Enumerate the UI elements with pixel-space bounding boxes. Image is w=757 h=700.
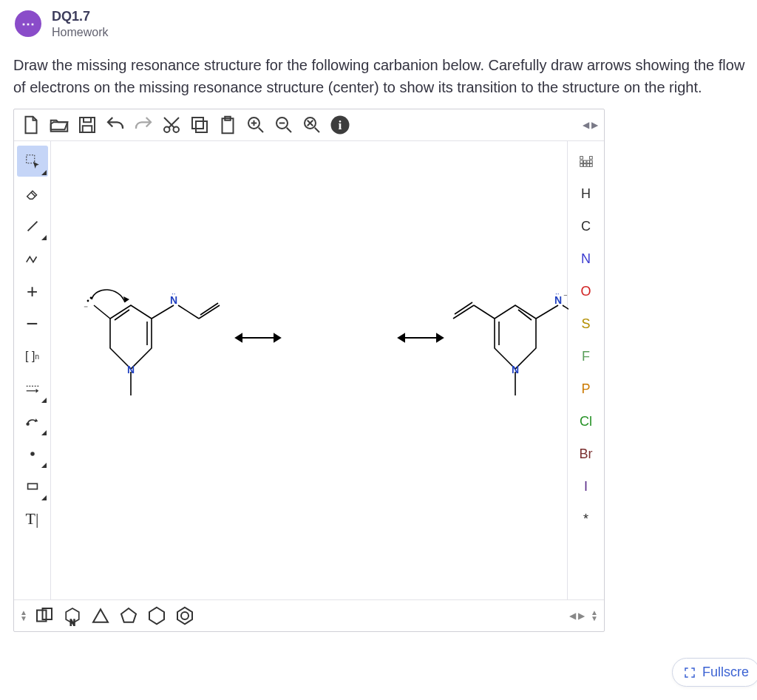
svg-point-15 bbox=[27, 423, 29, 425]
editor-body: + − [ ]n T| bbox=[14, 141, 604, 599]
paste-icon[interactable] bbox=[217, 114, 239, 136]
element-N-button[interactable]: N bbox=[571, 243, 602, 274]
template-scroll-arrows[interactable]: ◀ ▶ bbox=[569, 611, 585, 621]
svg-rect-36 bbox=[586, 164, 589, 167]
assignment-header: ⋯ DQ1.7 Homework bbox=[3, 9, 754, 39]
chat-bubble-icon[interactable]: ⋯ bbox=[15, 10, 41, 37]
toolbar-scroll-arrows[interactable]: ◀ ▶ bbox=[583, 120, 598, 130]
svg-text:N: N bbox=[69, 619, 75, 627]
svg-rect-28 bbox=[580, 157, 583, 160]
element-Br-button[interactable]: Br bbox=[571, 438, 602, 469]
element-P-button[interactable]: P bbox=[571, 373, 602, 404]
ellipsis-icon: ⋯ bbox=[21, 16, 35, 32]
svg-point-22 bbox=[90, 297, 92, 299]
svg-rect-35 bbox=[583, 164, 586, 167]
svg-text:··: ·· bbox=[172, 290, 176, 298]
electron-pusher-tool[interactable] bbox=[17, 406, 48, 437]
chain-bond-tool[interactable] bbox=[17, 243, 48, 274]
cyclopentane-template-icon[interactable] bbox=[118, 605, 140, 627]
info-icon[interactable]: i bbox=[329, 114, 351, 136]
svg-rect-33 bbox=[589, 160, 592, 163]
svg-rect-30 bbox=[580, 160, 583, 163]
cyclopropane-template-icon[interactable] bbox=[89, 605, 112, 627]
svg-rect-34 bbox=[580, 164, 583, 167]
molecule-drawing: N N ·· ⁻ bbox=[51, 141, 568, 599]
zoom-reset-icon[interactable] bbox=[301, 114, 323, 136]
svg-rect-1 bbox=[84, 118, 91, 122]
bottom-toolbar: ▲▼ N ◀ ▶ ▲▼ bbox=[14, 599, 604, 631]
copy-icon[interactable] bbox=[189, 114, 211, 136]
svg-rect-31 bbox=[583, 160, 586, 163]
marquee-select-tool[interactable] bbox=[17, 146, 48, 177]
svg-rect-17 bbox=[27, 483, 37, 489]
assignment-title: DQ1.7 bbox=[52, 9, 108, 24]
fullscreen-icon bbox=[683, 666, 696, 679]
eraser-tool[interactable] bbox=[17, 178, 48, 209]
svg-text:N: N bbox=[512, 364, 519, 376]
svg-rect-2 bbox=[83, 126, 92, 132]
element-any-button[interactable]: * bbox=[571, 503, 602, 534]
cut-icon[interactable] bbox=[160, 114, 183, 136]
zoom-in-icon[interactable] bbox=[245, 114, 267, 136]
text-tool[interactable]: T| bbox=[17, 503, 48, 534]
benzene-template-icon[interactable] bbox=[174, 605, 196, 627]
fullscreen-label: Fullscre bbox=[702, 665, 749, 680]
assignment-subtitle: Homework bbox=[52, 26, 108, 39]
element-S-button[interactable]: S bbox=[571, 308, 602, 339]
svg-rect-5 bbox=[196, 121, 207, 132]
radical-tool[interactable] bbox=[17, 438, 48, 469]
new-document-icon[interactable] bbox=[20, 114, 42, 136]
reaction-arrow-tool[interactable] bbox=[17, 373, 48, 404]
svg-rect-37 bbox=[589, 164, 592, 167]
template-scroll-right[interactable]: ▲▼ bbox=[591, 610, 598, 622]
undo-icon[interactable] bbox=[104, 114, 126, 136]
right-element-palette: H C N O S F P Cl Br I * bbox=[567, 141, 604, 599]
svg-point-16 bbox=[30, 452, 35, 456]
svg-text:N: N bbox=[127, 364, 135, 376]
fullscreen-button[interactable]: Fullscre bbox=[672, 658, 757, 687]
open-folder-icon[interactable] bbox=[48, 114, 70, 136]
svg-rect-29 bbox=[589, 157, 592, 160]
shape-rectangle-tool[interactable] bbox=[17, 471, 48, 502]
zoom-out-icon[interactable] bbox=[273, 114, 295, 136]
chemistry-editor: i ◀ ▶ + bbox=[13, 109, 605, 632]
drawing-canvas[interactable]: N N ·· ⁻ bbox=[51, 141, 567, 599]
templates-library-icon[interactable] bbox=[33, 605, 55, 627]
periodic-table-icon[interactable] bbox=[571, 146, 602, 177]
pyridine-template-icon[interactable]: N bbox=[61, 605, 84, 627]
svg-text:··: ·· bbox=[555, 290, 560, 298]
top-toolbar: i ◀ ▶ bbox=[14, 109, 604, 141]
svg-rect-6 bbox=[192, 118, 203, 129]
element-F-button[interactable]: F bbox=[571, 341, 602, 372]
element-Cl-button[interactable]: Cl bbox=[571, 406, 602, 437]
charge-minus-tool[interactable]: − bbox=[17, 308, 48, 339]
svg-text:⁻: ⁻ bbox=[563, 292, 568, 301]
bracket-tool[interactable]: [ ]n bbox=[17, 341, 48, 372]
template-scroll-left[interactable]: ▲▼ bbox=[20, 610, 27, 622]
left-tool-palette: + − [ ]n T| bbox=[14, 141, 51, 599]
svg-point-41 bbox=[181, 612, 189, 619]
element-C-button[interactable]: C bbox=[571, 211, 602, 242]
svg-rect-32 bbox=[586, 160, 589, 163]
svg-text:⁻: ⁻ bbox=[84, 303, 88, 313]
element-O-button[interactable]: O bbox=[571, 276, 602, 307]
save-icon[interactable] bbox=[76, 114, 98, 136]
question-prompt: Draw the missing resonance structure for… bbox=[3, 39, 754, 109]
svg-text:i: i bbox=[339, 118, 342, 132]
redo-icon[interactable] bbox=[132, 114, 155, 136]
single-bond-tool[interactable] bbox=[17, 211, 48, 242]
element-H-button[interactable]: H bbox=[571, 178, 602, 209]
svg-point-21 bbox=[87, 300, 89, 302]
charge-plus-tool[interactable]: + bbox=[17, 276, 48, 307]
cyclohexane-template-icon[interactable] bbox=[146, 605, 168, 627]
element-I-button[interactable]: I bbox=[571, 471, 602, 502]
